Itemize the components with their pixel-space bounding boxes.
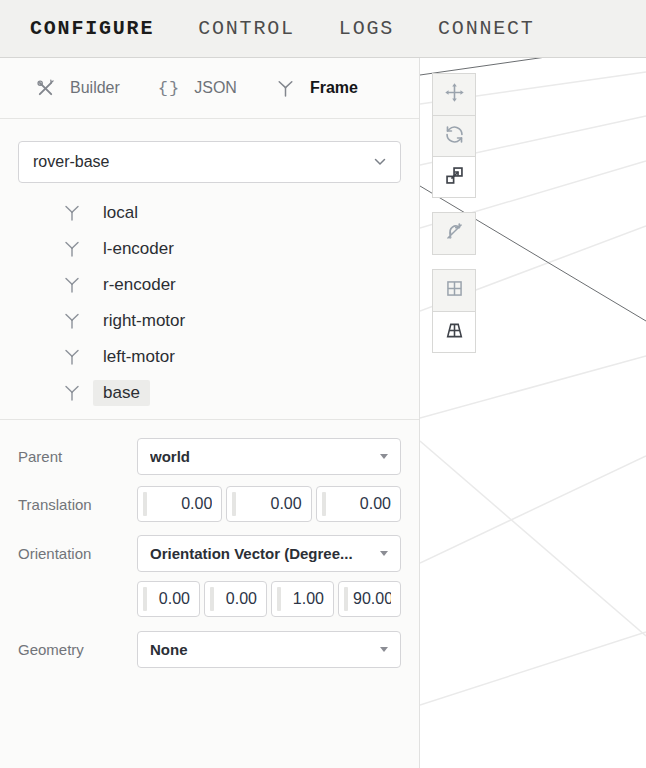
translation-z-input[interactable]: [316, 486, 401, 522]
subtab-builder[interactable]: Builder: [35, 78, 120, 99]
no-rotate-icon: [444, 221, 465, 246]
rotation-toggle-group: [432, 212, 476, 255]
orientation-theta-input[interactable]: [338, 581, 401, 617]
tab-logs[interactable]: LOGS: [339, 17, 394, 40]
grid-toggle-group: [432, 269, 476, 353]
frame-axes-icon: [62, 347, 82, 367]
tree-item-label: local: [93, 200, 148, 226]
translation-label: Translation: [18, 496, 137, 513]
dropdown-arrow-icon: [380, 551, 388, 556]
subtab-json[interactable]: {} JSON: [158, 79, 237, 98]
tree-item-label: right-motor: [93, 308, 195, 334]
subtab-builder-label: Builder: [70, 79, 120, 97]
tree-item-r-encoder[interactable]: r-encoder: [0, 267, 419, 303]
component-select-value: rover-base: [33, 153, 374, 171]
tree-item-local[interactable]: local: [0, 195, 419, 231]
tab-control[interactable]: CONTROL: [198, 17, 295, 40]
grid-view-button[interactable]: [433, 270, 475, 311]
rotate-tool-button[interactable]: [433, 115, 475, 156]
subtab-frame[interactable]: Frame: [275, 78, 358, 99]
scale-icon: [444, 165, 465, 190]
frame-properties-form: Parent world Translation Orientation: [0, 438, 419, 668]
orientation-row: Orientation Orientation Vector (Degree..…: [18, 535, 401, 572]
perspective-grid-button[interactable]: [433, 311, 475, 352]
main-area: Builder {} JSON Frame rover-base: [0, 58, 646, 768]
grid-icon: [444, 278, 465, 303]
frame-axes-icon: [275, 78, 296, 99]
transform-tool-group: [432, 73, 476, 198]
orientation-z-input[interactable]: [271, 581, 334, 617]
frame-tree: local l-encoder r-encoder right-motor le…: [0, 195, 419, 411]
tree-item-label: r-encoder: [93, 272, 186, 298]
move-icon: [444, 82, 465, 107]
scale-tool-button[interactable]: [433, 156, 475, 197]
parent-select-value: world: [150, 448, 372, 465]
tab-connect[interactable]: CONNECT: [438, 17, 535, 40]
tree-item-base[interactable]: base: [0, 375, 419, 411]
tree-item-label: l-encoder: [93, 236, 184, 262]
rotate-icon: [444, 124, 465, 149]
frame-axes-icon: [62, 275, 82, 295]
parent-label: Parent: [18, 448, 137, 465]
wrench-screwdriver-icon: [35, 78, 56, 99]
config-subnav: Builder {} JSON Frame: [0, 58, 419, 119]
move-tool-button[interactable]: [433, 74, 475, 115]
parent-row: Parent world: [18, 438, 401, 475]
tree-item-label: left-motor: [93, 344, 185, 370]
geometry-select[interactable]: None: [137, 631, 401, 668]
orientation-type-select[interactable]: Orientation Vector (Degree...: [137, 535, 401, 572]
component-select[interactable]: rover-base: [18, 141, 401, 183]
frame-axes-icon: [62, 383, 82, 403]
tree-item-right-motor[interactable]: right-motor: [0, 303, 419, 339]
translation-row: Translation: [18, 486, 401, 522]
frame-axes-icon: [62, 239, 82, 259]
orientation-type-value: Orientation Vector (Degree...: [150, 545, 372, 562]
frame-axes-icon: [62, 203, 82, 223]
chevron-down-icon: [374, 158, 386, 166]
tab-configure[interactable]: CONFIGURE: [30, 17, 154, 40]
tree-item-l-encoder[interactable]: l-encoder: [0, 231, 419, 267]
orientation-values-row: [18, 581, 401, 617]
frame-config-panel: Builder {} JSON Frame rover-base: [0, 58, 420, 768]
disable-rotation-button[interactable]: [433, 213, 475, 254]
subtab-json-label: JSON: [194, 79, 237, 97]
perspective-grid-icon: [444, 320, 465, 345]
tree-item-label: base: [93, 380, 150, 406]
orientation-label: Orientation: [18, 545, 137, 562]
tree-item-left-motor[interactable]: left-motor: [0, 339, 419, 375]
dropdown-arrow-icon: [380, 647, 388, 652]
orientation-x-input[interactable]: [137, 581, 200, 617]
viewport-toolbar: [432, 73, 476, 353]
geometry-row: Geometry None: [18, 631, 401, 668]
translation-x-input[interactable]: [137, 486, 222, 522]
translation-y-input[interactable]: [226, 486, 311, 522]
section-divider: [0, 419, 419, 420]
top-nav: CONFIGURE CONTROL LOGS CONNECT: [0, 0, 646, 58]
geometry-select-value: None: [150, 641, 372, 658]
dropdown-arrow-icon: [380, 454, 388, 459]
geometry-label: Geometry: [18, 641, 137, 658]
subtab-frame-label: Frame: [310, 79, 358, 97]
parent-select[interactable]: world: [137, 438, 401, 475]
frame-3d-viewport[interactable]: [420, 58, 646, 768]
frame-axes-icon: [62, 311, 82, 331]
curly-braces-icon: {}: [158, 79, 180, 98]
orientation-y-input[interactable]: [204, 581, 267, 617]
